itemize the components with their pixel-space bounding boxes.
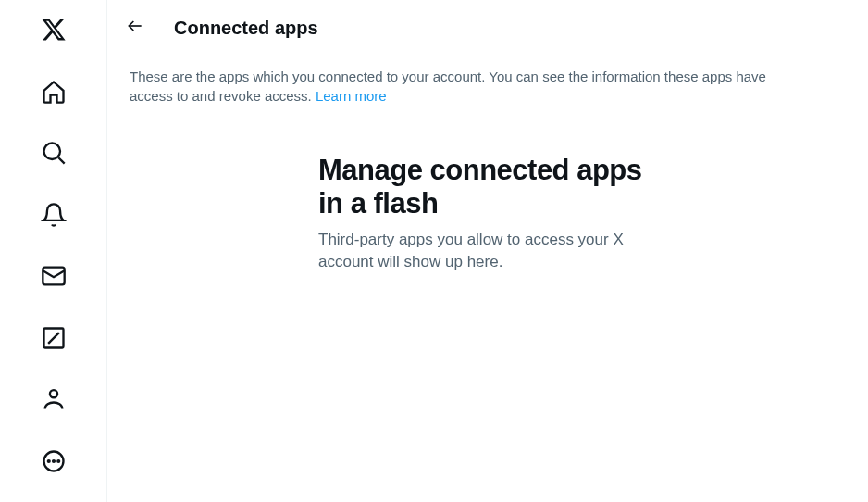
description-text: These are the apps which you connected t… — [130, 69, 766, 104]
empty-state: Manage connected apps in a flash Third-p… — [289, 154, 687, 273]
svg-line-4 — [48, 333, 59, 344]
page-title: Connected apps — [174, 18, 318, 39]
svg-point-7 — [47, 460, 49, 462]
sidebar-item-home[interactable] — [31, 71, 77, 117]
sidebar-item-notifications[interactable] — [31, 195, 77, 240]
x-logo-icon — [41, 17, 67, 46]
empty-state-title: Manage connected apps in a flash — [318, 154, 657, 220]
learn-more-link[interactable]: Learn more — [316, 88, 387, 104]
grok-icon — [41, 325, 67, 355]
profile-icon — [41, 386, 67, 416]
sidebar-item-logo[interactable] — [31, 9, 77, 55]
search-icon — [41, 140, 67, 169]
svg-point-9 — [57, 460, 59, 462]
home-icon — [41, 79, 67, 108]
bell-icon — [41, 202, 67, 232]
svg-point-0 — [43, 144, 60, 160]
svg-point-5 — [49, 390, 56, 397]
sidebar-item-profile[interactable] — [31, 379, 77, 424]
more-icon — [41, 448, 67, 478]
sidebar-item-search[interactable] — [31, 132, 77, 178]
sidebar-item-messages[interactable] — [31, 256, 77, 301]
sidebar — [0, 0, 107, 502]
envelope-icon — [41, 263, 67, 293]
sidebar-item-more[interactable] — [31, 441, 77, 486]
svg-point-8 — [53, 460, 55, 462]
main-content: Connected apps These are the apps which … — [107, 0, 868, 502]
back-button[interactable] — [118, 11, 152, 44]
svg-line-1 — [58, 158, 64, 164]
sidebar-item-grok[interactable] — [31, 318, 77, 363]
empty-state-subtitle: Third-party apps you allow to access you… — [318, 229, 657, 273]
description: These are the apps which you connected t… — [107, 56, 811, 117]
arrow-left-icon — [126, 17, 144, 39]
header: Connected apps — [107, 0, 868, 56]
